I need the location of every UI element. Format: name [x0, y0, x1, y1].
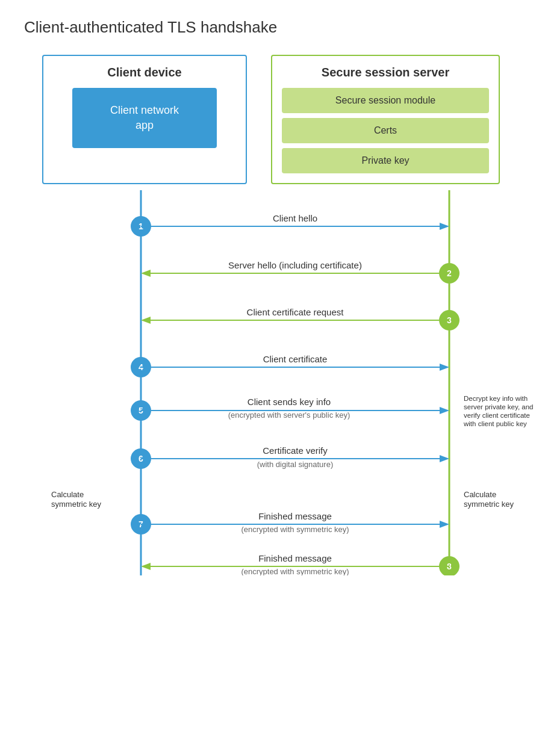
svg-text:server private key, and: server private key, and — [464, 403, 533, 411]
svg-marker-15 — [141, 317, 151, 324]
svg-text:(encrypted with symmetric key): (encrypted with symmetric key) — [241, 567, 349, 575]
svg-marker-35 — [440, 455, 449, 462]
svg-text:verify client certificate: verify client certificate — [464, 412, 530, 419]
module-certs: Certs — [282, 118, 489, 143]
svg-marker-51 — [141, 563, 151, 570]
top-section: Client device Client networkapp Secure s… — [24, 55, 518, 184]
svg-text:Calculate: Calculate — [464, 490, 496, 499]
module-private-key: Private key — [282, 148, 489, 173]
svg-text:(encrypted with server's publi: (encrypted with server's public key) — [228, 411, 350, 420]
client-app-box: Client networkapp — [72, 88, 217, 148]
svg-text:Certificate verify: Certificate verify — [263, 445, 328, 456]
svg-text:Finished message: Finished message — [258, 553, 332, 563]
svg-text:Client certificate request: Client certificate request — [247, 307, 344, 317]
svg-marker-5 — [440, 223, 449, 230]
page-title: Client-authenticated TLS handshake — [24, 18, 518, 37]
svg-text:(with digital signature): (with digital signature) — [257, 460, 333, 469]
svg-text:with client public key: with client public key — [463, 420, 527, 427]
svg-marker-10 — [141, 270, 151, 277]
svg-marker-45 — [440, 521, 449, 528]
svg-text:Client sends key info: Client sends key info — [248, 397, 331, 407]
server-box-title: Secure session server — [322, 66, 449, 79]
client-device-box: Client device Client networkapp — [42, 55, 247, 184]
svg-text:Server hello (including certif: Server hello (including certificate) — [228, 260, 362, 270]
svg-marker-25 — [440, 407, 449, 414]
svg-text:symmetric key: symmetric key — [51, 500, 102, 509]
svg-text:symmetric key: symmetric key — [464, 500, 514, 509]
svg-text:Finished message: Finished message — [258, 511, 332, 521]
server-box: Secure session server Secure session mod… — [271, 55, 500, 184]
svg-text:(encrypted with symmetric key): (encrypted with symmetric key) — [241, 525, 349, 534]
diagram-svg: 1 Client hello 2 Server hello (including… — [42, 190, 542, 575]
svg-text:Calculate: Calculate — [51, 490, 84, 499]
server-modules: Secure session module Certs Private key — [282, 88, 489, 173]
svg-text:Client certificate: Client certificate — [263, 354, 328, 364]
module-secure-session: Secure session module — [282, 88, 489, 113]
svg-marker-20 — [440, 364, 449, 371]
client-device-title: Client device — [107, 66, 181, 79]
diagram-wrapper: 1 Client hello 2 Server hello (including… — [24, 190, 518, 575]
svg-text:Client hello: Client hello — [273, 213, 317, 223]
svg-text:Decrypt key info with: Decrypt key info with — [464, 395, 528, 402]
